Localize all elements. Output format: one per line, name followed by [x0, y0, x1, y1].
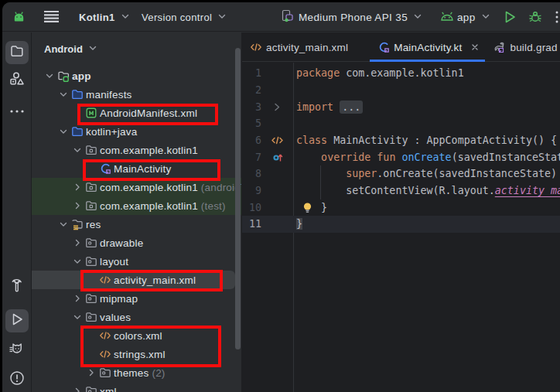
sub-folder-icon — [99, 366, 111, 379]
tree-item-androidmanifest-xml[interactable]: AndroidManifest.xml — [32, 104, 241, 122]
project-view-selector[interactable]: Android — [44, 40, 97, 57]
tree-item-themes[interactable]: themes (2) — [32, 363, 241, 382]
android-studio-window: Kotlin1 Version control Medium Phone API… — [2, 2, 560, 392]
tool-window-button-problems[interactable] — [5, 368, 29, 391]
fold-arrow-icon[interactable] — [271, 101, 284, 114]
code-line-5: 5 — [242, 115, 560, 132]
code-text: package com.example.kotlin1 — [296, 65, 464, 82]
project-view-label: Android — [44, 43, 83, 55]
chevron-down-icon — [413, 12, 422, 23]
tool-window-button-run[interactable] — [5, 309, 29, 332]
tree-item-colors-xml[interactable]: colors.xml — [32, 326, 241, 345]
tree-item-mipmap[interactable]: mipmap — [32, 289, 241, 308]
module-folder-icon — [57, 70, 70, 82]
tree-item-label: layout — [100, 256, 128, 268]
more-kebab-icon[interactable] — [555, 9, 560, 25]
editor-tab-build-grad[interactable]: build.grad — [487, 32, 560, 62]
tool-window-button-build[interactable] — [5, 275, 29, 298]
device-selector[interactable]: Medium Phone API 35 — [281, 2, 422, 32]
tab-label: build.grad — [510, 42, 557, 53]
code-line-8: 8 super.onCreate(savedInstanceState) — [242, 165, 560, 182]
chevron-collapsed-icon[interactable] — [71, 385, 84, 392]
project-selector[interactable]: Kotlin1 — [79, 2, 130, 32]
tree-item-label: app — [72, 70, 91, 82]
tree-item-mainactivity[interactable]: MainActivity — [32, 159, 241, 178]
tool-window-stripe — [2, 32, 32, 392]
run-configuration-label: app — [457, 12, 476, 23]
code-text: } — [296, 216, 302, 233]
xml-file-icon — [250, 41, 262, 53]
blue-folder-icon — [71, 88, 84, 101]
chevron-expanded-icon[interactable] — [43, 70, 56, 82]
tree-item-kotlin-java[interactable]: kotlin+java — [32, 122, 241, 141]
tree-item-label: colors.xml — [114, 330, 162, 342]
tree-item-values[interactable]: values — [32, 308, 241, 326]
package-icon — [85, 181, 97, 193]
tree-item-app[interactable]: app — [32, 66, 241, 85]
vcs-selector[interactable]: Version control — [142, 2, 227, 32]
tree-item-drawable[interactable]: drawable — [32, 233, 241, 252]
line-number: 9 — [242, 182, 261, 199]
manifest-file-icon — [85, 107, 97, 119]
gradle-icon — [493, 41, 506, 53]
code-line-2: 2 — [242, 82, 560, 99]
main-menu-icon[interactable] — [43, 9, 60, 24]
tree-item-label: AndroidManifest.xml — [100, 107, 197, 119]
tree-item-layout[interactable]: layout — [32, 252, 241, 271]
tool-window-button-more-tool-windows[interactable] — [5, 101, 29, 124]
chevron-expanded-icon[interactable] — [57, 218, 70, 230]
chevron-expanded-icon[interactable] — [57, 125, 70, 138]
tree-item-strings-xml[interactable]: strings.xml — [32, 345, 241, 363]
chevron-down-icon — [88, 43, 97, 55]
more-tool-windows-icon — [9, 103, 26, 123]
code-line-7: 7 override fun onCreate(savedInstanceSta… — [242, 149, 560, 166]
tree-item-activity-main-xml[interactable]: activity_main.xml — [32, 271, 241, 289]
tree-item-com-example-kotlin1[interactable]: com.example.kotlin1 (androidTest) — [32, 178, 241, 196]
code-line-3: 3import ... — [242, 99, 560, 116]
chevron-collapsed-icon[interactable] — [71, 199, 84, 212]
tab-label: MainActivity.kt — [394, 42, 462, 53]
chevron-collapsed-icon[interactable] — [71, 237, 84, 249]
chevron-expanded-icon[interactable] — [71, 255, 84, 268]
tree-item-xml[interactable]: xml — [32, 382, 241, 392]
project-tree-scrollbar[interactable] — [235, 48, 241, 349]
run-button[interactable] — [502, 9, 517, 25]
tree-item-suffix: (test) — [198, 200, 226, 212]
tree-item-com-example-kotlin1[interactable]: com.example.kotlin1 — [32, 141, 241, 159]
tree-item-label: manifests — [86, 89, 132, 101]
project-selector-label: Kotlin1 — [79, 12, 115, 23]
run-icon — [9, 311, 26, 331]
chevron-expanded-icon[interactable] — [71, 144, 84, 156]
tree-item-res[interactable]: res — [32, 215, 241, 233]
tool-window-button-resource-manager[interactable] — [5, 69, 29, 92]
debug-button[interactable] — [528, 9, 543, 25]
chevron-expanded-icon[interactable] — [71, 311, 84, 323]
project-icon — [9, 43, 25, 62]
code-text: override fun onCreate(savedInstanceState — [296, 149, 560, 166]
tool-window-button-project[interactable] — [5, 41, 29, 64]
chevron-expanded-icon[interactable] — [57, 88, 70, 101]
tree-item-label: res — [86, 219, 101, 230]
xml-file-icon — [99, 274, 111, 286]
tab-close-icon[interactable] — [470, 42, 480, 53]
xml-related-icon — [271, 134, 284, 147]
tree-item-label: xml — [100, 386, 117, 392]
tree-item-manifests[interactable]: manifests — [32, 85, 241, 104]
sub-folder-icon — [85, 311, 97, 323]
build-icon — [9, 277, 26, 297]
run-configuration-selector[interactable]: app — [439, 2, 490, 32]
tree-item-suffix: (2) — [149, 367, 165, 379]
chevron-collapsed-icon[interactable] — [71, 181, 84, 193]
xml-file-icon — [99, 348, 111, 360]
chevron-collapsed-icon[interactable] — [85, 366, 97, 379]
code-editor[interactable]: 1package com.example.kotlin123import ...… — [242, 63, 560, 392]
chevron-collapsed-icon[interactable] — [71, 292, 84, 305]
tree-item-com-example-kotlin1[interactable]: com.example.kotlin1 (test) — [32, 196, 241, 215]
tool-window-button-logcat[interactable] — [5, 339, 29, 362]
title-bar: Kotlin1 Version control Medium Phone API… — [2, 2, 560, 32]
editor-tab-mainactivity-kt[interactable]: MainActivity.kt — [368, 32, 487, 62]
tree-item-label: kotlin+java — [86, 126, 137, 138]
editor-tab-activity-main-xml[interactable]: activity_main.xml — [242, 32, 368, 62]
resource-manager-icon — [9, 70, 26, 90]
chevron-down-icon — [217, 12, 227, 23]
